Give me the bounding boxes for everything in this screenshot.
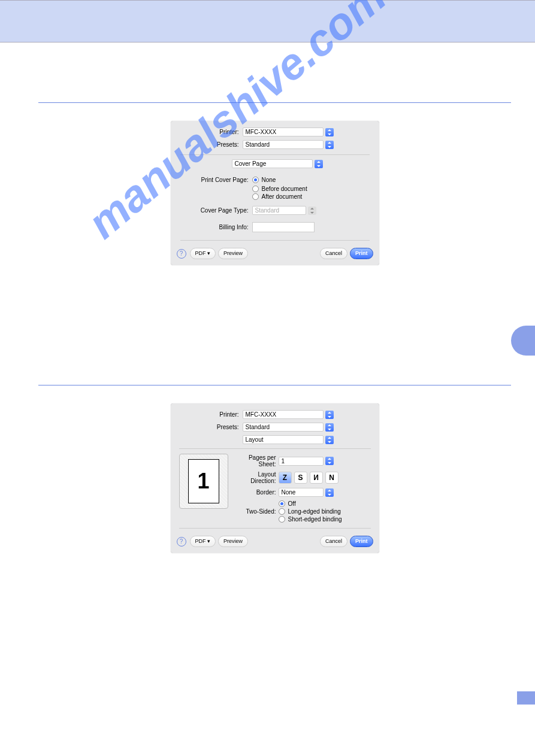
svg-marker-1 [328,133,331,135]
preview-page: 1 [188,459,219,503]
billing-label: Billing Info: [180,224,252,230]
cover-page-type-select: Standard [252,206,306,215]
layout-dir-4[interactable]: N [325,472,338,484]
print-button[interactable]: Print [350,248,373,259]
printer-select[interactable]: MFC-XXXX [243,410,324,419]
opt-before: Before document [262,186,307,192]
svg-marker-12 [328,437,331,439]
cancel-button[interactable]: Cancel [320,248,347,259]
section-select[interactable]: Cover Page [232,159,313,168]
pps-select[interactable]: 1 [279,457,324,466]
ts-off: Off [288,500,296,507]
layout-dir-3[interactable]: И [310,472,323,484]
radio-off[interactable] [279,500,285,507]
layout-dialog: Printer: MFC-XXXX Presets: Standard Layo… [171,403,379,553]
ts-long: Long-edged binding [288,508,341,515]
dropdown-arrows-icon [308,207,316,215]
svg-marker-5 [317,165,321,167]
layout-dir-1[interactable]: Z [279,472,292,484]
printer-label: Printer: [171,129,243,135]
ts-short: Short-edged binding [288,516,342,523]
radio-none[interactable] [252,177,259,183]
dropdown-arrows-icon [325,457,334,465]
dropdown-arrows-icon [325,128,334,136]
section-value: Cover Page [235,159,267,168]
layout-preview: 1 [179,454,228,509]
printer-value: MFC-XXXX [246,127,277,136]
cover-page-dialog: Printer: MFC-XXXX Presets: Standard Cove… [171,121,379,265]
radio-long[interactable] [279,508,285,515]
presets-select[interactable]: Standard [243,140,324,149]
dropdown-arrows-icon [325,488,334,497]
section-divider [38,102,511,103]
cover-page-type-label: Cover Page Type: [180,207,252,214]
cpt-value: Standard [255,206,280,215]
svg-marker-9 [328,416,331,418]
svg-marker-11 [328,429,331,430]
billing-input[interactable] [252,222,315,232]
radio-after[interactable] [252,193,259,200]
dropdown-arrows-icon [315,160,323,168]
print-button[interactable]: Print [350,536,373,547]
svg-marker-16 [328,490,331,491]
svg-marker-15 [328,462,331,464]
dropdown-arrows-icon [325,141,334,149]
svg-marker-10 [328,424,331,426]
svg-marker-4 [317,161,321,163]
printer-value: MFC-XXXX [246,410,277,419]
presets-label: Presets: [171,141,243,148]
presets-select[interactable]: Standard [243,423,324,432]
svg-marker-6 [310,208,314,210]
pps-value: 1 [282,457,285,466]
pdf-button[interactable]: PDF ▾ [190,248,216,259]
preview-button[interactable]: Preview [218,248,248,259]
help-icon[interactable]: ? [177,537,186,546]
border-value: None [282,488,296,497]
pps-label: Pages per Sheet: [234,454,279,467]
section-value: Layout [246,435,264,444]
cancel-button[interactable]: Cancel [320,536,347,547]
presets-value: Standard [246,140,270,149]
opt-none: None [262,177,276,183]
svg-marker-8 [328,412,331,414]
section-divider [38,385,511,385]
svg-marker-7 [310,212,314,214]
presets-label: Presets: [171,424,243,430]
dropdown-arrows-icon [325,423,334,432]
border-label: Border: [234,489,279,496]
page-banner [0,0,535,42]
svg-marker-2 [328,142,331,144]
layout-dir-2[interactable]: S [294,472,307,484]
opt-after: After document [262,193,303,200]
ld-label: Layout Direction: [234,471,279,484]
svg-marker-13 [328,441,331,443]
ts-label: Two-Sided: [234,508,279,515]
section-select[interactable]: Layout [243,435,324,444]
svg-marker-17 [328,494,331,496]
printer-label: Printer: [171,411,243,418]
svg-marker-0 [328,129,331,131]
presets-value: Standard [246,423,270,432]
dropdown-arrows-icon [325,436,334,444]
radio-before[interactable] [252,186,259,192]
preview-button[interactable]: Preview [218,536,248,547]
help-icon[interactable]: ? [177,249,186,259]
pdf-button[interactable]: PDF ▾ [190,536,216,547]
printer-select[interactable]: MFC-XXXX [243,127,324,136]
dropdown-arrows-icon [325,411,334,419]
radio-short[interactable] [279,516,285,523]
svg-marker-3 [328,146,331,148]
print-cover-page-label: Print Cover Page: [180,177,252,183]
border-select[interactable]: None [279,488,324,497]
svg-marker-14 [328,458,331,460]
